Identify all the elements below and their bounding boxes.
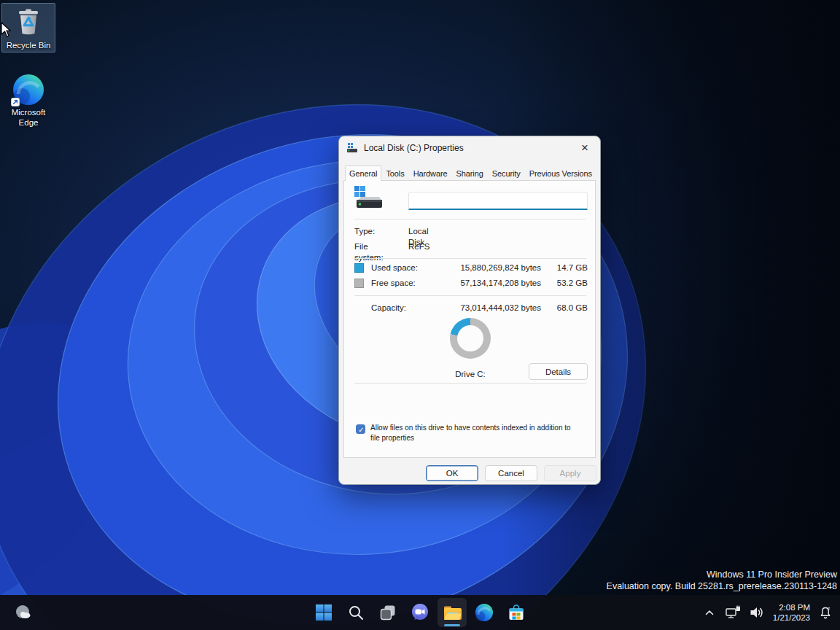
desktop-icon-label: Microsoft Edge	[2, 107, 55, 128]
divider	[354, 258, 586, 259]
divider	[354, 383, 586, 384]
properties-dialog: Local Disk (C:) Properties × General Too…	[338, 136, 601, 485]
tab-security[interactable]: Security	[488, 166, 525, 180]
details-button[interactable]: Details	[529, 363, 588, 380]
weather-widget-icon	[14, 603, 33, 622]
file-explorer-icon	[442, 602, 462, 623]
search-button[interactable]	[341, 598, 370, 627]
network-button[interactable]	[723, 604, 742, 621]
file-system-value: ReFS	[408, 241, 429, 252]
clock[interactable]: 2:08 PM 1/21/2023	[771, 602, 812, 623]
volume-label-input[interactable]	[408, 192, 588, 210]
apply-button[interactable]: Apply	[544, 465, 596, 481]
start-button[interactable]	[309, 598, 338, 627]
used-space-size: 14.7 GB	[545, 262, 588, 273]
index-checkbox-label: Allow files on this drive to have conten…	[370, 423, 571, 443]
type-label: Type:	[354, 226, 375, 237]
index-checkbox[interactable]	[356, 424, 365, 434]
desktop-icon-label: Recycle Bin	[7, 40, 51, 50]
volume-button[interactable]	[747, 604, 766, 621]
svg-text:z: z	[828, 606, 830, 611]
tab-previous-versions[interactable]: Previous Versions	[525, 166, 596, 180]
start-icon	[315, 604, 332, 621]
capacity-row: Capacity: 73,014,444,032 bytes 68.0 GB	[344, 303, 595, 314]
insider-watermark: Windows 11 Pro Insider Preview Evaluatio…	[607, 569, 837, 592]
tab-general[interactable]: General	[345, 166, 381, 181]
network-icon	[725, 605, 741, 620]
divider	[354, 219, 586, 219]
divider	[354, 295, 586, 296]
active-app-indicator	[444, 624, 460, 626]
free-swatch	[354, 279, 364, 288]
shortcut-arrow-icon	[11, 98, 20, 106]
usage-donut	[450, 318, 491, 359]
tab-tools[interactable]: Tools	[381, 166, 408, 180]
drive-large-icon	[353, 185, 384, 211]
capacity-label: Capacity:	[371, 303, 406, 314]
speaker-icon	[749, 605, 765, 620]
tab-strip: General Tools Hardware Sharing Security …	[345, 165, 596, 180]
tray-time: 2:08 PM	[773, 602, 810, 612]
free-space-bytes: 57,134,174,208 bytes	[430, 278, 541, 289]
task-view-button[interactable]	[373, 598, 402, 627]
close-button[interactable]: ×	[569, 136, 600, 160]
notification-center-button[interactable]: z	[817, 604, 834, 621]
chevron-up-icon	[702, 605, 717, 620]
tab-hardware[interactable]: Hardware	[409, 166, 452, 180]
capacity-size: 68.0 GB	[545, 303, 588, 314]
desktop: Recycle Bin Microsoft Edge Windows 11 Pr…	[0, 0, 840, 630]
ok-button[interactable]: OK	[426, 465, 478, 481]
drive-chart-label: Drive C:	[434, 370, 507, 378]
used-space-row: Used space: 15,880,269,824 bytes 14.7 GB	[344, 262, 595, 273]
chat-button[interactable]	[405, 598, 435, 627]
free-space-size: 53.2 GB	[545, 278, 588, 289]
system-tray: 2:08 PM 1/21/2023 z	[701, 595, 834, 630]
task-view-icon	[379, 604, 397, 621]
store-button[interactable]	[502, 598, 531, 627]
widgets-button[interactable]	[9, 598, 38, 627]
general-tab-page: Type: Local Disk File system: ReFS Used …	[343, 180, 596, 458]
file-explorer-button[interactable]	[438, 598, 467, 627]
chat-icon	[411, 603, 429, 622]
edge-icon	[475, 603, 494, 622]
file-system-label: File system:	[354, 241, 384, 263]
tray-overflow-button[interactable]	[701, 604, 718, 621]
used-swatch	[354, 263, 364, 273]
desktop-icon-microsoft-edge[interactable]: Microsoft Edge	[1, 70, 55, 130]
capacity-bytes: 73,014,444,032 bytes	[430, 303, 541, 314]
taskbar: 2:08 PM 1/21/2023 z	[0, 595, 840, 630]
free-space-label: Free space:	[371, 278, 416, 289]
tray-date: 1/21/2023	[773, 612, 810, 623]
used-space-bytes: 15,880,269,824 bytes	[430, 262, 541, 273]
edge-button[interactable]	[470, 598, 499, 627]
taskbar-center	[308, 595, 532, 630]
watermark-line2: Evaluation copy. Build 25281.rs_prerelea…	[607, 581, 837, 593]
search-icon	[347, 604, 365, 621]
drive-small-icon	[346, 142, 358, 154]
do-not-disturb-bell-icon: z	[818, 605, 833, 620]
free-space-row: Free space: 57,134,174,208 bytes 53.2 GB	[344, 278, 595, 289]
cancel-button[interactable]: Cancel	[485, 465, 537, 481]
dialog-titlebar[interactable]: Local Disk (C:) Properties	[339, 136, 600, 160]
watermark-line1: Windows 11 Pro Insider Preview	[607, 569, 837, 581]
tab-sharing[interactable]: Sharing	[452, 166, 488, 180]
used-space-label: Used space:	[371, 262, 418, 273]
microsoft-store-icon	[507, 603, 526, 622]
mouse-cursor-icon	[1, 22, 12, 38]
dialog-title: Local Disk (C:) Properties	[364, 143, 464, 153]
recycle-bin-icon	[12, 7, 44, 39]
